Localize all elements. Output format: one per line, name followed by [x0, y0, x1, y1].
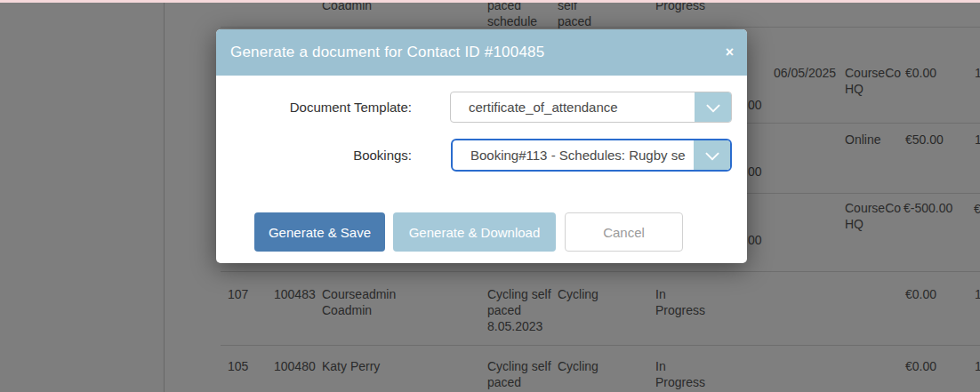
close-icon[interactable]: × — [726, 45, 734, 60]
document-template-value: certificate_of_attendance — [451, 92, 695, 122]
bookings-select[interactable]: Booking#113 - Schedules: Rugby se — [451, 139, 732, 172]
document-template-label: Document Template: — [216, 100, 412, 116]
modal-title: Generate a document for Contact ID #1004… — [230, 44, 544, 61]
generate-document-modal: Generate a document for Contact ID #1004… — [216, 29, 747, 263]
chevron-down-icon[interactable] — [694, 140, 730, 170]
generate-save-button[interactable]: Generate & Save — [254, 212, 385, 252]
bookings-label: Bookings: — [216, 148, 412, 164]
document-template-select[interactable]: certificate_of_attendance — [450, 92, 732, 123]
modal-header: Generate a document for Contact ID #1004… — [216, 29, 747, 76]
chevron-down-icon[interactable] — [695, 92, 731, 122]
generate-download-button[interactable]: Generate & Download — [393, 212, 556, 252]
top-alert-strip — [0, 0, 980, 3]
bookings-value: Booking#113 - Schedules: Rugby se — [453, 140, 694, 170]
cancel-button[interactable]: Cancel — [565, 212, 683, 252]
